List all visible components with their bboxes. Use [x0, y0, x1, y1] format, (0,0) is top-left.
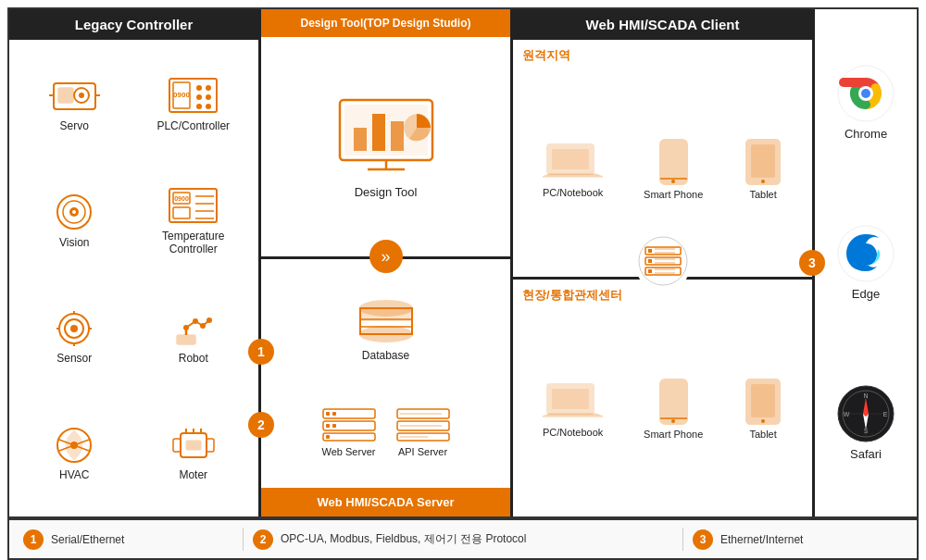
svg-point-38	[206, 317, 212, 323]
monitor-icon	[335, 95, 437, 178]
plc-label: PLC/Controller	[156, 119, 230, 132]
svg-rect-85	[648, 269, 652, 273]
svg-point-14	[206, 104, 211, 109]
svg-rect-65	[326, 424, 330, 428]
svg-rect-94	[751, 144, 775, 178]
footer-text-2: OPC-UA, Modbus, Fieldbus, 제어기 전용 Protoco…	[281, 531, 526, 547]
arrow-down-icon: »	[369, 240, 403, 273]
chrome-icon	[837, 65, 895, 122]
device-vision: Vision	[17, 164, 132, 277]
svg-point-13	[196, 104, 202, 109]
svg-rect-62	[326, 412, 330, 416]
svg-text:N: N	[863, 392, 868, 399]
svg-point-36	[193, 318, 198, 324]
footer-badge-2: 2	[253, 529, 273, 550]
design-top-half: Design Tool »	[261, 37, 510, 259]
svg-rect-66	[332, 424, 336, 428]
site-phone: Smart Phone	[644, 378, 703, 440]
svg-rect-97	[552, 389, 589, 409]
svg-rect-22	[173, 207, 190, 218]
svg-rect-47	[186, 441, 201, 450]
motor-label: Moter	[179, 468, 207, 481]
footer-divider-1	[243, 528, 244, 551]
webserver-label: Web Server	[322, 446, 376, 457]
svg-point-58	[360, 327, 412, 342]
svg-point-10	[206, 85, 211, 91]
svg-text:W: W	[844, 411, 850, 417]
svg-rect-63	[332, 412, 336, 416]
hvac-label: HVAC	[59, 468, 89, 481]
servo-icon	[46, 75, 102, 117]
footer-item-3: 3 Ethernet/Internet	[693, 529, 903, 550]
safari-browser: N S E W Safari	[837, 385, 895, 461]
device-hvac: HVAC	[17, 396, 132, 509]
svg-point-110	[861, 89, 870, 98]
svg-rect-68	[326, 435, 330, 439]
webhmi-header: Web HMI/SCADA Client	[513, 9, 812, 40]
svg-rect-64	[323, 421, 375, 430]
svg-point-11	[196, 94, 202, 100]
svg-rect-30	[177, 335, 195, 344]
svg-rect-77	[648, 249, 652, 253]
sensor-icon	[46, 307, 102, 349]
svg-point-95	[761, 180, 765, 183]
remote-pc: PC/Notebook	[543, 140, 603, 198]
legacy-header: Legacy Controller	[9, 9, 258, 40]
footer-bar: 1 Serial/Ethernet 2 OPC-UA, Modbus, Fiel…	[7, 518, 919, 560]
svg-point-3	[79, 93, 84, 98]
remote-phone-label: Smart Phone	[644, 189, 703, 200]
device-temp: 0900 TemperatureController	[136, 164, 252, 277]
device-plc: 0900 PLC/Controller	[136, 47, 252, 160]
svg-rect-51	[372, 114, 385, 151]
svg-rect-81	[648, 259, 652, 263]
svg-point-9	[196, 85, 202, 91]
remote-pc-label: PC/Notebook	[543, 187, 603, 198]
design-tool-column: Design Tool(TOP Design Studio)	[261, 9, 513, 516]
svg-point-100	[671, 419, 675, 423]
design-header: Design Tool(TOP Design Studio)	[261, 9, 510, 37]
apiserver-label: API Server	[398, 446, 447, 457]
device-servo: Servo	[17, 47, 132, 160]
svg-point-75	[639, 237, 687, 285]
remote-label: 원격지역	[522, 47, 803, 64]
svg-rect-67	[323, 433, 375, 441]
edge-icon	[837, 225, 895, 282]
site-tablet-label: Tablet	[749, 429, 776, 440]
svg-point-12	[206, 94, 211, 100]
design-body: Design Tool » 1 2	[261, 37, 510, 488]
design-tool-label: Design Tool	[355, 185, 418, 199]
footer-badge-3: 3	[693, 529, 713, 550]
svg-point-92	[671, 180, 675, 183]
vision-label: Vision	[59, 236, 89, 249]
safari-label: Safari	[850, 447, 882, 461]
svg-rect-90	[660, 140, 687, 184]
site-section: 현장/통합관제센터 PC/Notebook	[513, 280, 812, 516]
remote-tablet-label: Tablet	[749, 189, 776, 200]
svg-point-29	[70, 325, 78, 332]
svg-text:0900: 0900	[174, 195, 189, 202]
site-pc-label: PC/Notebook	[543, 427, 603, 438]
conn2-badge: 2	[248, 412, 274, 438]
footer-divider-2	[682, 528, 683, 551]
chrome-label: Chrome	[845, 127, 887, 141]
plc-icon: 0900	[166, 75, 221, 117]
server-footer: Web HMI/SCADA Server	[261, 488, 510, 516]
conn1-badge: 1	[248, 339, 274, 365]
robot-icon	[166, 307, 221, 349]
site-phone-label: Smart Phone	[644, 429, 703, 440]
svg-text:0900: 0900	[173, 91, 190, 99]
device-robot: Robot	[136, 280, 252, 393]
footer-text-3: Ethernet/Internet	[720, 533, 803, 546]
footer-badge-1: 1	[23, 529, 44, 550]
design-bottom-half: 1 2	[261, 259, 510, 488]
browser-column: Chrome Edge	[815, 9, 917, 516]
legacy-body: Servo 0900	[9, 40, 258, 516]
device-motor: Moter	[136, 396, 252, 509]
footer-item-2: 2 OPC-UA, Modbus, Fieldbus, 제어기 전용 Proto…	[253, 529, 673, 550]
footer-text-1: Serial/Ethernet	[51, 533, 124, 546]
webserver-item: Web Server	[321, 405, 377, 457]
database-item: Database	[354, 299, 419, 362]
apiserver-item: API Server	[395, 405, 451, 457]
site-tablet: Tablet	[744, 378, 782, 440]
server-rack-icon	[635, 233, 691, 292]
